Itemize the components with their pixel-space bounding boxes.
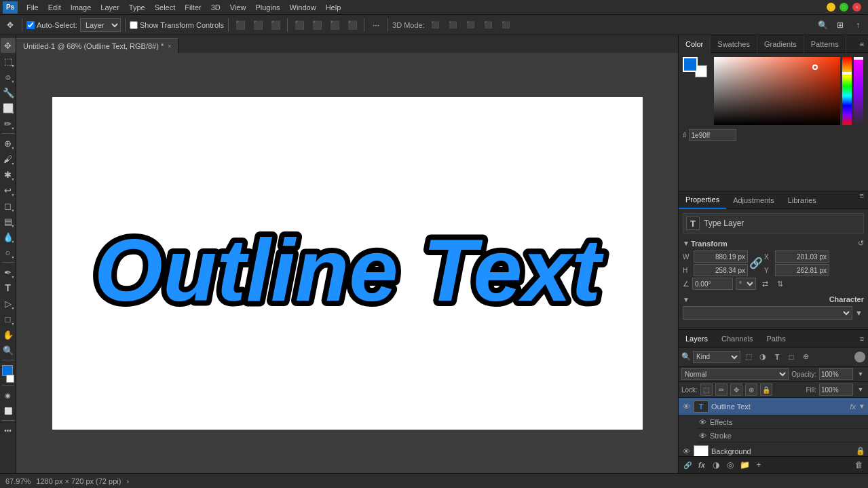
align-center-icon[interactable]: ⬛ (250, 18, 265, 33)
link-proportions-icon[interactable]: 🔗 (751, 250, 761, 275)
lock-all-btn[interactable]: 🔒 (760, 383, 772, 396)
new-layer-icon[interactable]: + (753, 459, 765, 471)
shape-filter-icon[interactable]: □ (785, 351, 797, 363)
pixel-filter-icon[interactable]: ⬚ (742, 351, 755, 363)
type-filter-icon[interactable]: T (771, 351, 783, 363)
menu-view[interactable]: View (225, 2, 251, 13)
layer-item-background[interactable]: 👁 Background 🔒 (679, 443, 868, 456)
lock-artboard-btn[interactable]: ⊕ (745, 383, 757, 396)
layer-expand-icon[interactable]: ▼ (858, 402, 865, 410)
layout-button[interactable]: ⊞ (833, 18, 848, 33)
patterns-tab[interactable]: Patterns (804, 35, 846, 53)
align-bottom-icon[interactable]: ⬛ (327, 18, 342, 33)
y-input[interactable] (775, 264, 829, 276)
close-tab-button[interactable]: × (168, 43, 171, 50)
flip-vertical-icon[interactable]: ⇅ (774, 278, 786, 290)
document-tab[interactable]: Untitled-1 @ 68% (Outline Text, RGB/8#) … (16, 38, 178, 53)
lock-move-btn[interactable]: ✥ (730, 383, 742, 396)
distribute-icon[interactable]: ⬛ (345, 18, 360, 33)
eraser-tool[interactable]: ◻▼ (1, 198, 16, 213)
gradient-tool[interactable]: ▤▼ (1, 214, 16, 229)
3d-mode-btn2[interactable]: ⬛ (445, 18, 460, 33)
channels-tab[interactable]: Channels (715, 330, 759, 348)
menu-window[interactable]: Window (285, 2, 321, 13)
swatches-tab[interactable]: Swatches (711, 35, 757, 53)
collapse-character-icon[interactable]: ▼ (683, 296, 690, 303)
menu-filter[interactable]: Filter (180, 2, 206, 13)
filter-kind-select[interactable]: Kind (693, 351, 740, 363)
eyedropper-tool[interactable]: ✏▼ (1, 116, 16, 131)
menu-select[interactable]: Select (150, 2, 181, 13)
opacity-arrow[interactable]: ▼ (856, 368, 865, 380)
align-left-icon[interactable]: ⬛ (233, 18, 248, 33)
menu-image[interactable]: Image (66, 2, 96, 13)
more-tools-btn[interactable]: ••• (1, 423, 16, 438)
adjustment-filter-icon[interactable]: ◑ (757, 351, 769, 363)
smart-filter-icon[interactable]: ⊕ (799, 351, 812, 363)
effects-eye-icon[interactable]: 👁 (698, 418, 707, 426)
background-color[interactable] (6, 375, 14, 383)
layer-fx-icon[interactable]: fx (850, 402, 856, 411)
3d-mode-btn5[interactable]: ⬛ (498, 18, 513, 33)
lock-position-btn[interactable]: ✏ (715, 383, 728, 396)
effects-item[interactable]: 👁 Effects (698, 415, 868, 429)
layers-panel-menu[interactable]: ≡ (856, 330, 868, 347)
shape-tool[interactable]: □▼ (1, 312, 16, 326)
screen-mode-btn[interactable]: ⬜ (1, 403, 16, 418)
crop-tool[interactable]: ⬜▼ (1, 100, 16, 115)
angle-unit-select[interactable]: ° (736, 278, 756, 290)
stroke-item[interactable]: 👁 Stroke (698, 429, 868, 443)
hue-slider[interactable] (842, 57, 852, 125)
text-tool[interactable]: T (1, 280, 16, 295)
search-button[interactable]: 🔍 (815, 18, 830, 33)
fill-arrow[interactable]: ▼ (856, 383, 865, 396)
menu-type[interactable]: Type (124, 2, 150, 13)
libraries-tab[interactable]: Libraries (781, 191, 823, 209)
flip-horizontal-icon[interactable]: ⇄ (759, 278, 771, 290)
color-gradient-picker[interactable] (714, 57, 840, 125)
delete-layer-icon[interactable]: 🗑 (853, 459, 865, 471)
move-tool-icon[interactable]: ✥ (3, 18, 18, 33)
status-arrow[interactable]: › (126, 477, 129, 485)
share-button[interactable]: ↑ (850, 18, 865, 33)
fill-input[interactable] (819, 383, 853, 396)
filter-toggle[interactable] (854, 352, 865, 362)
new-group-icon[interactable]: 📁 (738, 459, 751, 471)
window-close[interactable]: × (852, 3, 861, 12)
layer-visibility-icon[interactable]: 👁 (681, 402, 691, 411)
foreground-color-swatch[interactable] (683, 57, 698, 72)
opacity-input[interactable] (819, 368, 853, 380)
add-link-icon[interactable]: 🔗 (681, 459, 694, 471)
lock-pixels-btn[interactable]: ⬚ (700, 383, 713, 396)
path-select-tool[interactable]: ▷▼ (1, 296, 16, 311)
3d-mode-btn1[interactable]: ⬛ (428, 18, 442, 33)
add-effects-icon[interactable]: fx (696, 459, 708, 471)
marquee-tool[interactable]: ⬚▼ (1, 54, 16, 69)
new-adjustment-icon[interactable]: ◎ (724, 459, 736, 471)
menu-help[interactable]: Help (321, 2, 346, 13)
color-panel-menu-icon[interactable]: ≡ (856, 40, 868, 48)
menu-3d[interactable]: 3D (206, 2, 225, 13)
paths-tab[interactable]: Paths (760, 330, 793, 348)
stroke-eye-icon[interactable]: 👁 (698, 432, 707, 440)
window-minimize[interactable]: – (827, 3, 835, 12)
brush-tool[interactable]: 🖌▼ (1, 151, 16, 166)
layer-select-dropdown[interactable]: Layer (80, 18, 121, 32)
stamp-tool[interactable]: ✱▼ (1, 167, 16, 182)
menu-layer[interactable]: Layer (96, 2, 124, 13)
3d-mode-btn4[interactable]: ⬛ (480, 18, 495, 33)
window-maximize[interactable]: □ (839, 3, 848, 12)
history-brush-tool[interactable]: ↩▼ (1, 183, 16, 198)
align-top-icon[interactable]: ⬛ (292, 18, 307, 33)
blend-mode-select[interactable]: Normal (681, 368, 789, 380)
move-tool[interactable]: ✥ (1, 38, 16, 53)
auto-select-checkbox[interactable]: Auto-Select: (26, 21, 77, 29)
alpha-slider[interactable] (854, 57, 863, 125)
font-family-dropdown[interactable] (683, 306, 852, 320)
angle-input[interactable] (692, 278, 733, 290)
collapse-transform-icon[interactable]: ▼ (683, 240, 690, 247)
hex-color-input[interactable] (689, 129, 736, 141)
foreground-background-colors[interactable] (1, 365, 16, 383)
zoom-tool[interactable]: 🔍 (1, 343, 16, 358)
quick-select-tool[interactable]: 🔧▼ (1, 85, 16, 100)
